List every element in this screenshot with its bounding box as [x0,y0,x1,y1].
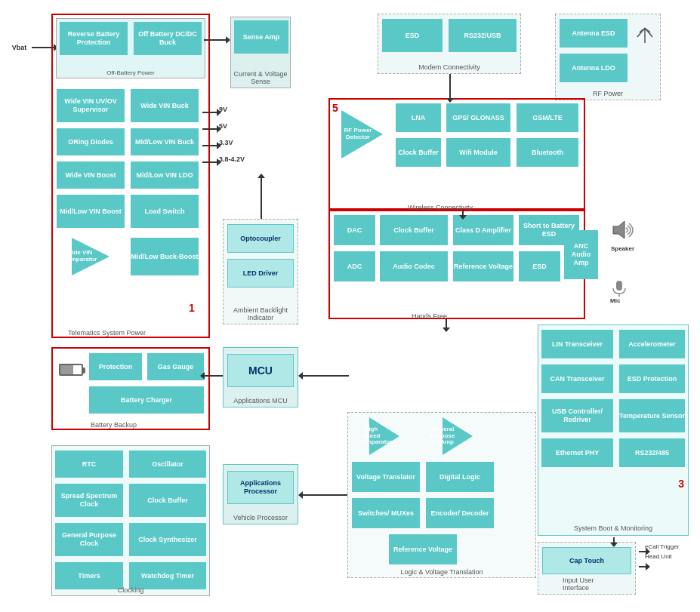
vehicle-processor-label: Vehicle Processor [224,514,298,521]
section3-label: System Boot & Monitoring [574,524,652,532]
midlow-vin-buck-block: Mid/Low VIN Buck [131,128,199,155]
off-battery-power-box: Reverse Battery Protection Off Battery D… [56,18,205,78]
timers-block: Timers [55,562,123,589]
mcu-block: MCU [227,354,294,387]
ambient-backlight-box: Optocoupler LED Driver Ambient Backlight… [223,219,298,324]
rs232-485-block: RS232/485 [619,438,685,467]
clock-synthesizer-block: Clock Synthesizer [129,523,206,556]
v33-arrow [202,145,217,146]
ethernet-phy-block: Ethernet PHY [541,438,613,467]
logic-voltage-label: Logic & Voltage Translation [400,568,483,576]
applications-mcu-label: Applications MCU [224,397,298,404]
adc-block: ADC [334,251,375,281]
section4-label: Hands Free [412,312,447,320]
battery-icon [56,355,86,385]
wireless-to-handsfree-arrow [462,210,464,216]
reverse-battery-block: Reverse Battery Protection [60,22,128,55]
rf-power-label: RF Power [593,90,623,97]
anc-audio-amp-block: ANC Audio Amp [564,230,598,279]
cap-touch-block: Cap Touch [542,547,631,574]
watchdog-timer-block: Watchdog Timer [129,562,206,589]
mcu-box: MCU Applications MCU [223,347,298,407]
esd-modem-block: ESD [382,19,443,52]
gp-opamp-container: General Purpose OpAmp [424,417,492,455]
high-speed-comp-container: High Speed Comparator [352,417,416,455]
midlow-vin-ldo-block: Mid/Low VIN LDO [131,161,199,189]
wide-vin-buck-block: Wide VIN Buck [131,89,199,122]
bluetooth-block: Bluetooth [517,138,578,167]
gsm-lte-block: GSM/LTE [517,103,578,132]
wide-vin-uvov-block: Wide VIN UV/OV Supervisor [57,89,125,122]
section1-num: 1 [189,302,195,314]
load-switch-block: Load Switch [131,195,199,228]
temperature-sensor-block: Temperature Sensor [619,399,685,432]
class-d-amp-block: Class D Amplifier [453,215,513,245]
wide-vin-comparator-box: Wide VIN Comparator [57,238,125,275]
usb-controller-block: USB Controller/ Redriver [541,399,613,432]
svg-rect-1 [616,281,622,291]
clocking-box: RTC Oscillator Spread Spectrum Clock Clo… [51,445,210,596]
svg-marker-0 [613,221,624,238]
antenna-icon [634,19,656,48]
battery-charger-block: Battery Charger [89,386,204,414]
app-proc-to-logic [302,494,347,496]
arrow-to-mcu [204,375,223,377]
antenna-ldo-block: Antenna LDO [560,54,628,82]
spread-spectrum-clock-block: Spread Spectrum Clock [55,484,123,517]
applications-processor-box: Applications Processor Vehicle Processor [223,464,298,524]
lin-transceiver-block: LIN Transceiver [541,330,613,358]
rs232-usb-block: RS232/USB [449,19,517,52]
v9-arrow [202,112,217,113]
clock-buffer-wireless-block: Clock Buffer [396,138,441,167]
clock-buffer-handsfree-block: Clock Buffer [380,215,448,245]
vbat-label: Vbat [6,42,32,54]
applications-processor-block: Applications Processor [227,471,294,504]
section2-label: Battery Backup [91,421,137,429]
clocking-label: Clocking [118,586,144,594]
section3-num: 3 [678,478,684,490]
antenna-esd-block: Antenna ESD [560,19,628,48]
rtc-block: RTC [55,451,123,478]
digital-logic-block: Digital Logic [426,462,494,492]
wifi-module-block: Wifi Module [446,138,510,167]
voltage-translator-block: Voltage Translator [352,462,420,492]
switches-muxes-block: Switches/ MUXes [352,498,420,528]
v38-arrow [202,161,217,163]
esd-protection-block: ESD Protection [619,364,685,393]
reference-voltage-hf-block: Reference Voltage [453,251,513,281]
modem-connectivity-label: Modem Connectivity [418,63,480,71]
general-purpose-clock-block: General Purpose Clock [55,523,123,556]
headunit-arrow [639,566,646,567]
current-voltage-label: Current & Voltage Sense [231,70,290,85]
dac-block: DAC [334,215,375,245]
optocoupler-block: Optocoupler [227,224,294,253]
modem-connectivity-box: ESD RS232/USB Modem Connectivity [378,14,521,74]
oring-diodes-block: ORing Diodes [57,128,125,155]
section3-box: LIN Transceiver Accelerometer CAN Transc… [538,324,689,536]
mic-icon: Mic [610,279,637,306]
accelerometer-block: Accelerometer [619,330,685,358]
encoder-decoder-block: Encoder/ Decoder [426,498,494,528]
ambient-label: Ambient Backlight Indicator [224,306,298,321]
input-ui-label: Input User Interface [563,577,611,592]
gps-glonass-block: GPS/ GLONASS [446,103,510,132]
ecall-arrow [639,551,646,552]
can-transceiver-block: CAN Transceiver [541,364,613,393]
gas-gauge-block: Gas Gauge [147,353,204,380]
sense-amp-box: Sense Amp Current & Voltage Sense [230,17,291,88]
midlow-buck-boost-block: Mid/Low Buck-Boost [131,238,199,275]
audio-codec-block: Audio Codec [380,251,448,281]
modem-to-wireless-arrow [449,74,451,99]
rf-power-detector-container: RF Power Detector [334,109,390,158]
section3-to-captouch [613,537,615,543]
off-battery-label: Off-Battery Power [106,69,154,76]
v5-arrow [202,128,217,130]
logic-voltage-box: High Speed Comparator General Purpose Op… [347,412,536,578]
sense-amp-block: Sense Amp [234,20,288,54]
off-battery-to-sense [204,39,227,41]
oscillator-block: Oscillator [129,451,206,478]
esd-hf-block: ESD [519,251,560,281]
off-battery-buck-block: Off Battery DC/DC Buck [134,22,202,55]
lna-block: LNA [396,103,441,132]
logic-to-mcu [302,375,349,377]
